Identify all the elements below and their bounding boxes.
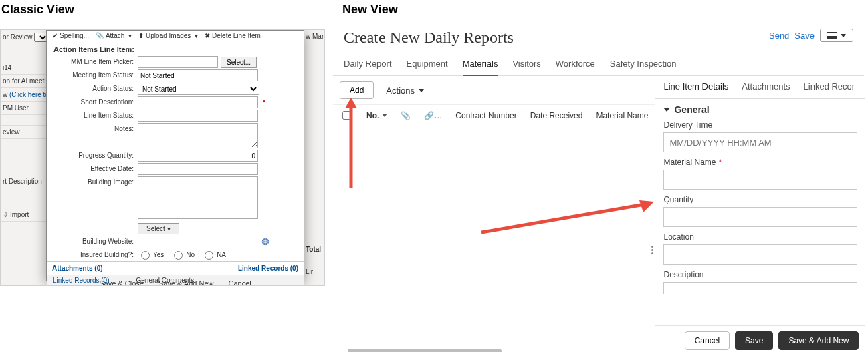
spelling-button[interactable]: ✔Spelling... <box>52 32 89 39</box>
link-col-ellipsis: … <box>434 111 442 120</box>
delivery-time-input[interactable] <box>663 132 857 152</box>
col-no-header[interactable]: No. <box>366 111 387 120</box>
save-button[interactable]: Save <box>735 331 773 350</box>
globe-icon[interactable] <box>261 237 270 246</box>
quantity-label: Quantity <box>663 195 857 204</box>
short-desc-label: Short Description: <box>53 96 138 106</box>
actions-menu[interactable]: Actions <box>381 82 429 99</box>
send-link[interactable]: Send <box>769 31 789 41</box>
horizontal-scrollbar[interactable] <box>348 349 502 352</box>
meeting-status-input[interactable] <box>138 69 258 81</box>
attachment-col-icon: 📎 <box>401 111 411 120</box>
insured-no-label: No <box>186 251 195 258</box>
meeting-status-label: Meeting Item Status: <box>53 69 138 79</box>
insured-na-label: NA <box>217 251 226 258</box>
image-select-button[interactable]: Select ▾ <box>138 223 179 234</box>
resize-handle[interactable] <box>651 246 653 254</box>
insured-no[interactable]: No <box>171 249 195 260</box>
location-input[interactable] <box>663 244 857 265</box>
quantity-input[interactable] <box>663 207 857 227</box>
upload-label: Upload Images <box>146 32 191 39</box>
action-status-label: Action Status: <box>53 83 138 92</box>
general-section-title: General <box>674 104 709 115</box>
tab-daily-report[interactable]: Daily Report <box>344 53 392 75</box>
effective-date-input[interactable] <box>138 163 258 175</box>
link-col-icon: 🔗… <box>424 111 442 120</box>
description-label: Description <box>663 270 857 279</box>
notes-label: Notes: <box>53 123 138 132</box>
tab-workforce[interactable]: Workforce <box>556 53 595 75</box>
progress-input[interactable] <box>138 150 258 162</box>
picker-label: MM Line Item Picker: <box>53 56 138 65</box>
tab-safety-inspection[interactable]: Safety Inspection <box>610 53 677 75</box>
col-material-header[interactable]: Material Name <box>596 111 648 120</box>
bg-click-here[interactable]: (Click here to <box>9 91 46 98</box>
rtab-attachments[interactable]: Attachments <box>742 81 790 98</box>
chevron-down-icon <box>419 89 424 92</box>
description-input[interactable] <box>663 282 857 294</box>
classic-toolbar: ✔Spelling... 📎Attach ▾ ⬆Upload Images ▾ … <box>47 31 304 41</box>
location-label: Location <box>663 232 857 242</box>
effective-date-label: Effective Date: <box>53 163 138 172</box>
bg-pm-user: PM User <box>1 102 46 115</box>
short-desc-input[interactable] <box>138 96 258 108</box>
chevron-down-icon: ▾ <box>167 225 171 232</box>
add-button[interactable]: Add <box>340 81 374 99</box>
bg-total: Total <box>306 246 321 253</box>
bg-select-stub[interactable] <box>34 33 46 42</box>
classic-bg-panel: or Review i14 on for AI meeting w (Click… <box>0 29 325 286</box>
insured-no-radio[interactable] <box>174 251 183 260</box>
required-asterisk: * <box>719 158 722 167</box>
bg-import[interactable]: ⇩Import <box>3 211 29 218</box>
tab-equipment[interactable]: Equipment <box>407 53 448 75</box>
building-website-input[interactable] <box>138 236 258 248</box>
page-title: Create New Daily Reports <box>344 29 514 47</box>
table-header-row: No. 📎 🔗… Contract Number Date Received M… <box>333 105 655 126</box>
col-date-header[interactable]: Date Received <box>530 111 583 120</box>
line-status-label: Line Item Status: <box>53 110 138 119</box>
picker-select-button[interactable]: Select... <box>221 57 257 68</box>
bg-import-label: Import <box>10 211 29 218</box>
picker-input[interactable] <box>138 56 218 68</box>
menu-button[interactable] <box>820 29 853 42</box>
insured-yes-radio[interactable] <box>141 251 150 260</box>
rtab-details[interactable]: Line Item Details <box>663 81 728 98</box>
classic-bg-right: w Mar Total Lir <box>304 30 325 285</box>
attachments-link[interactable]: Attachments (0) <box>52 265 103 272</box>
col-contract-header[interactable]: Contract Number <box>455 111 516 120</box>
classic-dialog: ✔Spelling... 📎Attach ▾ ⬆Upload Images ▾ … <box>46 30 304 281</box>
paperclip-icon: 📎 <box>96 32 104 39</box>
chevron-down-icon <box>841 34 846 37</box>
attach-button[interactable]: 📎Attach ▾ <box>96 32 132 39</box>
insured-na[interactable]: NA <box>201 249 226 260</box>
save-add-new-button[interactable]: Save & Add New <box>778 331 859 350</box>
rtab-linked-records[interactable]: Linked Recor <box>804 81 855 98</box>
cancel-button[interactable]: Cancel <box>685 331 730 350</box>
menu-icon <box>827 32 837 39</box>
delete-icon: ✖ <box>205 32 210 39</box>
tab-materials[interactable]: Materials <box>463 53 498 75</box>
tab-visitors[interactable]: Visitors <box>512 53 540 75</box>
general-section-header[interactable]: General <box>663 104 857 115</box>
bg-lir: Lir <box>306 268 313 275</box>
line-item-details-pane: Line Item Details Attachments Linked Rec… <box>655 76 865 352</box>
building-website-label: Building Website: <box>53 236 138 245</box>
insured-na-radio[interactable] <box>205 251 213 260</box>
new-view-panel: Create New Daily Reports Send Save Daily… <box>333 19 864 351</box>
general-section: General Delivery Time Material Name* Qua… <box>655 99 865 294</box>
notes-textarea[interactable] <box>138 123 258 148</box>
delete-line-item-button[interactable]: ✖Delete Line Item <box>205 32 261 39</box>
building-image-label: Building Image: <box>53 176 138 186</box>
sort-icon <box>382 114 387 117</box>
bg-linked-records: Linked Records (0) <box>53 277 109 284</box>
material-name-input[interactable] <box>663 170 857 190</box>
insured-yes[interactable]: Yes <box>138 249 164 260</box>
line-status-input[interactable] <box>138 110 258 122</box>
building-image-box <box>138 176 258 219</box>
collapse-icon <box>663 108 670 112</box>
upload-images-button[interactable]: ⬆Upload Images ▾ <box>138 32 198 39</box>
select-all-checkbox[interactable] <box>342 111 351 120</box>
save-link[interactable]: Save <box>794 31 815 41</box>
linked-records-link[interactable]: Linked Records (0) <box>238 265 298 272</box>
action-status-select[interactable]: Not Started <box>138 83 259 95</box>
